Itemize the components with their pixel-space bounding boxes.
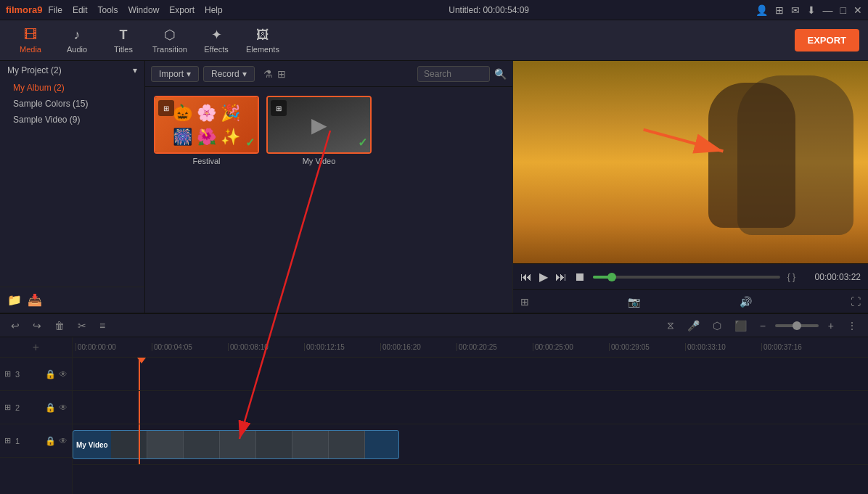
sidebar-item-sample-colors[interactable]: Sample Colors (15) bbox=[0, 96, 144, 112]
export-button[interactable]: EXPORT bbox=[795, 29, 859, 52]
record-label: Record bbox=[211, 69, 239, 79]
minimize-button[interactable]: — bbox=[823, 4, 833, 16]
tool-audio[interactable]: ♪ Audio bbox=[55, 23, 99, 58]
sidebar-item-my-album[interactable]: My Album (2) bbox=[0, 80, 144, 96]
record-chevron-icon: ▾ bbox=[242, 69, 247, 79]
ruler-tick: 00:00:00:00 bbox=[75, 343, 152, 351]
preview-controls: ⏮ ▶ ⏭ ⏹ { } 00:00:03:22 bbox=[513, 263, 868, 289]
maximize-button[interactable]: □ bbox=[840, 4, 846, 16]
timeline-tracks: My Video bbox=[73, 358, 868, 494]
mic-icon[interactable]: 🎤 bbox=[684, 318, 703, 333]
track-1-icons: 🔒 👁 bbox=[45, 436, 67, 446]
import-folder-icon[interactable]: 📥 bbox=[28, 293, 42, 307]
menu-tools[interactable]: Tools bbox=[98, 5, 118, 15]
grid-icon[interactable]: ⊞ bbox=[277, 68, 286, 80]
thumb-overlay-my-video: ⊞ bbox=[271, 100, 287, 116]
timecode-display: 00:00:03:22 bbox=[803, 272, 861, 282]
toolbar: 🎞 Media ♪ Audio T Titles ⬡ Transition ✦ … bbox=[0, 20, 868, 61]
pip-icon[interactable]: ⊞ bbox=[520, 296, 529, 308]
filter-icon[interactable]: ⚗ bbox=[263, 68, 273, 80]
media-grid: 🎃 🌸 🎉 🎆 🌺 ✨ ⊞ ✓ Festival bbox=[145, 87, 512, 174]
mark-in-icon[interactable]: ⧖ bbox=[663, 318, 678, 333]
search-icon[interactable]: 🔍 bbox=[494, 68, 507, 80]
timeline-toolbar: ↩ ↪ 🗑 ✂ ≡ ⧖ 🎤 ⬡ ⬛ − + ⋮ bbox=[0, 314, 868, 337]
adjust-button[interactable]: ≡ bbox=[96, 318, 109, 333]
rewind-button[interactable]: ⏮ bbox=[520, 271, 532, 284]
zoom-slider[interactable] bbox=[775, 324, 819, 327]
tool-elements-label: Elements bbox=[246, 45, 279, 54]
titlebar-controls: 👤 ⊞ ✉ ⬇ — □ ✕ bbox=[756, 4, 862, 16]
track-3-eye-icon[interactable]: 👁 bbox=[59, 369, 67, 379]
undo-button[interactable]: ↩ bbox=[7, 318, 23, 333]
project-label: My Project (2) bbox=[7, 65, 62, 75]
layout-icon[interactable]: ⊞ bbox=[775, 4, 784, 16]
user-icon[interactable]: 👤 bbox=[756, 4, 768, 16]
download-icon[interactable]: ⬇ bbox=[807, 4, 816, 16]
menu-edit[interactable]: Edit bbox=[73, 5, 88, 15]
media-label-my-video: My Video bbox=[303, 157, 336, 165]
import-button[interactable]: Import ▾ bbox=[151, 66, 199, 82]
delete-button[interactable]: 🗑 bbox=[51, 318, 68, 333]
detach-icon[interactable]: ⬡ bbox=[709, 318, 725, 333]
fullscreen-icon[interactable]: ⛶ bbox=[851, 296, 861, 308]
progress-bar[interactable] bbox=[593, 276, 780, 279]
add-track-area: + bbox=[0, 337, 72, 358]
list-item[interactable]: ▶ ⊞ ✓ My Video bbox=[266, 96, 372, 165]
redo-button[interactable]: ↪ bbox=[29, 318, 45, 333]
close-button[interactable]: ✕ bbox=[853, 4, 862, 16]
menu-help[interactable]: Help bbox=[205, 5, 223, 15]
project-header[interactable]: My Project (2) ▾ bbox=[0, 61, 144, 80]
list-item[interactable]: 🎃 🌸 🎉 🎆 🌺 ✨ ⊞ ✓ Festival bbox=[154, 96, 259, 165]
ruler-tick: 00:00:37:16 bbox=[761, 343, 838, 351]
tool-audio-label: Audio bbox=[67, 45, 87, 54]
snapshot-icon[interactable]: 📷 bbox=[628, 296, 640, 308]
tool-titles[interactable]: T Titles bbox=[102, 23, 145, 58]
zoom-in-icon[interactable]: + bbox=[824, 318, 838, 333]
tool-elements[interactable]: 🖼 Elements bbox=[241, 23, 284, 58]
track-3-label: 3 bbox=[15, 370, 20, 379]
tool-media[interactable]: 🎞 Media bbox=[9, 23, 52, 58]
media-thumb-my-video[interactable]: ▶ ⊞ ✓ bbox=[266, 96, 372, 154]
crop-icon[interactable]: ⬛ bbox=[731, 318, 750, 333]
left-panel: My Project (2) ▾ My Album (2) Sample Col… bbox=[0, 61, 145, 313]
progress-handle[interactable] bbox=[607, 273, 616, 281]
menu-file[interactable]: File bbox=[49, 5, 62, 15]
braces-icon[interactable]: { } bbox=[787, 272, 795, 282]
tool-effects[interactable]: ✦ Effects bbox=[195, 23, 238, 58]
play-button[interactable]: ▶ bbox=[539, 270, 548, 284]
track-row-2 bbox=[73, 391, 868, 424]
menu-export[interactable]: Export bbox=[169, 5, 195, 15]
track-2-icons: 🔒 👁 bbox=[45, 403, 67, 413]
media-thumb-festival[interactable]: 🎃 🌸 🎉 🎆 🌺 ✨ ⊞ ✓ bbox=[154, 96, 259, 154]
timeline-ruler[interactable]: 00:00:00:00 00:00:04:05 00:00:08:10 00:0… bbox=[73, 337, 868, 358]
zoom-out-icon[interactable]: − bbox=[756, 318, 769, 333]
mail-icon[interactable]: ✉ bbox=[791, 4, 800, 16]
search-input[interactable] bbox=[417, 66, 490, 82]
track-2-lock-icon[interactable]: 🔒 bbox=[45, 403, 56, 413]
track-1-lock-icon[interactable]: 🔒 bbox=[45, 436, 56, 446]
preview-video bbox=[513, 61, 868, 263]
tool-transition[interactable]: ⬡ Transition bbox=[148, 23, 192, 58]
sidebar-item-sample-video[interactable]: Sample Video (9) bbox=[0, 112, 144, 128]
more-icon[interactable]: ⋮ bbox=[843, 318, 861, 333]
track-1-label: 1 bbox=[15, 437, 20, 445]
record-button[interactable]: Record ▾ bbox=[203, 66, 255, 82]
track-2-label: 2 bbox=[15, 403, 20, 412]
track-row-1: My Video bbox=[73, 424, 868, 465]
track-2-eye-icon[interactable]: 👁 bbox=[59, 403, 67, 413]
timeline-section: ↩ ↪ 🗑 ✂ ≡ ⧖ 🎤 ⬡ ⬛ − + ⋮ + ⊞ 3 bbox=[0, 313, 868, 494]
add-track-icon[interactable]: + bbox=[33, 341, 39, 354]
add-folder-icon[interactable]: 📁 bbox=[7, 293, 22, 307]
preview-panel: ⏮ ▶ ⏭ ⏹ { } 00:00:03:22 ⊞ 📷 🔊 ⛶ bbox=[512, 61, 868, 313]
next-button[interactable]: ⏭ bbox=[555, 271, 567, 284]
preview-actions: ⊞ 📷 🔊 ⛶ bbox=[513, 289, 868, 313]
track-3-icons: 🔒 👁 bbox=[45, 369, 67, 379]
volume-icon[interactable]: 🔊 bbox=[740, 296, 752, 308]
menu-window[interactable]: Window bbox=[128, 5, 160, 15]
clip-my-video[interactable]: My Video bbox=[73, 430, 399, 459]
track-1-eye-icon[interactable]: 👁 bbox=[59, 436, 67, 446]
left-panel-bottom: 📁 📥 bbox=[0, 287, 144, 313]
stop-button[interactable]: ⏹ bbox=[574, 271, 586, 284]
scissors-button[interactable]: ✂ bbox=[74, 318, 90, 333]
track-3-lock-icon[interactable]: 🔒 bbox=[45, 369, 56, 379]
